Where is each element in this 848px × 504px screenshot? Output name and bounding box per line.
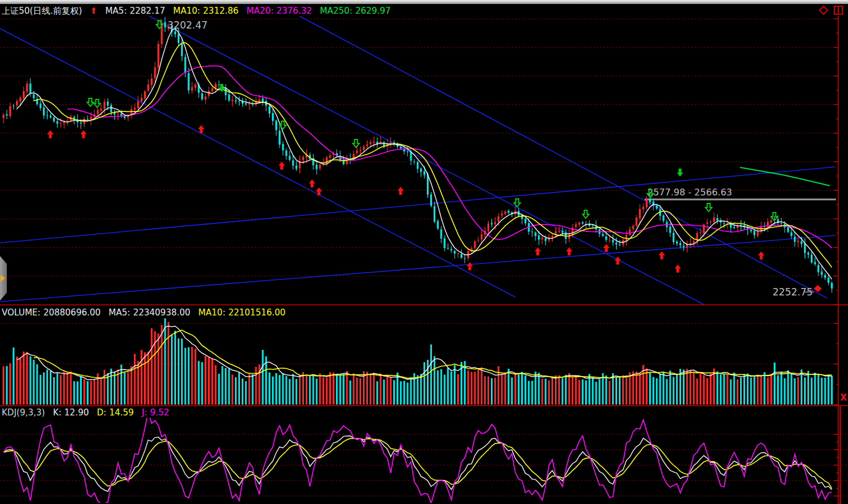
- ma250-value: 2629.97: [355, 6, 391, 16]
- signal-arrows: [47, 21, 778, 273]
- ma5-value: 2282.17: [130, 6, 165, 16]
- ma10-value: 2312.86: [203, 6, 238, 16]
- chart-toolbar: [818, 5, 843, 15]
- ma250-label: MA250:: [320, 6, 353, 16]
- instrument-title: 上证50(日线.前复权): [2, 6, 82, 17]
- split-window-icon[interactable]: [833, 5, 843, 15]
- diamond-marker-icon[interactable]: [818, 5, 829, 15]
- kdj-label: KDJ(9,3,3): [2, 407, 45, 418]
- volume-value: 20880696.00: [43, 307, 101, 318]
- trendlines: [0, 16, 835, 305]
- volume-label: VOLUME:: [2, 307, 41, 318]
- price-panel-header: 上证50(日线.前复权) ⬆ MA5:2282.17 MA10:2312.86 …: [2, 5, 391, 17]
- chart-canvas[interactable]: 2577.98 - 2566.633202.472252.75: [0, 0, 848, 504]
- app-window: 上证50(日线.前复权) ⬆ MA5:2282.17 MA10:2312.86 …: [0, 0, 848, 504]
- kdj-k-value: 12.90: [65, 407, 89, 418]
- kdj-j-value: 9.52: [150, 407, 169, 418]
- indicator-close-button[interactable]: X: [839, 393, 848, 403]
- ma250-line: [740, 167, 830, 186]
- volume-ma10-label: MA10:: [198, 307, 225, 318]
- volume-panel-header: VOLUME:20880696.00 MA5:22340938.00 MA10:…: [2, 307, 286, 318]
- price-axis: [834, 16, 841, 504]
- gridlines: [0, 19, 848, 496]
- measure-line-label: 2577.98 - 2566.63: [647, 187, 732, 198]
- volume-bars: [3, 318, 832, 405]
- kdj-lines: [3, 411, 832, 503]
- ma20-value: 2376.32: [277, 6, 312, 16]
- up-arrow-icon: ⬆: [90, 6, 98, 16]
- last-bar-marker: [814, 285, 822, 292]
- candles: [2, 17, 833, 293]
- peak-price-label: 3202.47: [167, 19, 207, 31]
- kdj-panel-header: KDJ(9,3,3) K:12.90 D:14.59 J:9.52: [2, 407, 169, 418]
- right-triangle-icon: [1, 275, 5, 282]
- ma5-label: MA5:: [105, 6, 127, 16]
- volume-ma10-value: 22101516.00: [228, 307, 285, 318]
- ma10-label: MA10:: [173, 6, 200, 16]
- ma20-label: MA20:: [246, 6, 273, 16]
- kdj-k-label: K:: [53, 407, 62, 418]
- kdj-j-label: J:: [142, 407, 147, 418]
- kdj-d-value: 14.59: [109, 407, 134, 418]
- volume-ma5-label: MA5:: [109, 307, 130, 318]
- kdj-d-label: D:: [97, 407, 107, 418]
- volume-ma5-value: 22340938.00: [133, 307, 190, 318]
